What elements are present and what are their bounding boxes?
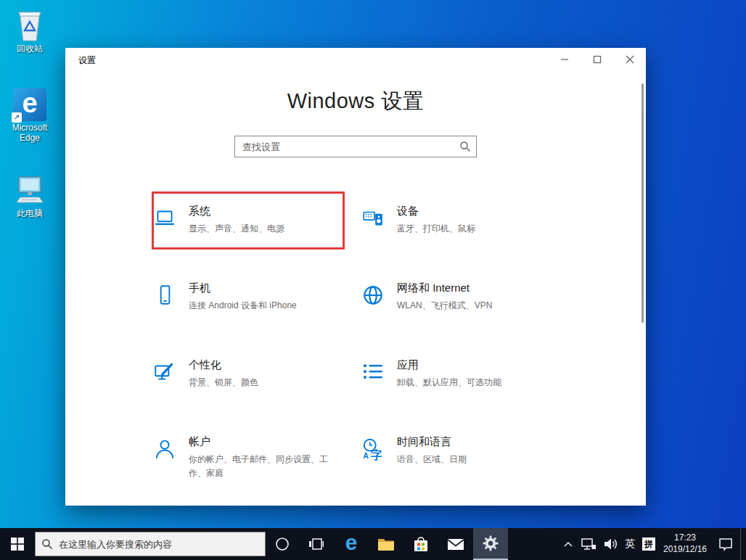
laptop-icon (152, 206, 177, 231)
settings-category-grid: 系统 显示、声音、通知、电源 设备 蓝牙、打印机、鼠标 (152, 202, 560, 509)
file-explorer-button[interactable] (369, 528, 403, 560)
settings-category-phone[interactable]: 手机 连接 Android 设备和 iPhone (152, 279, 361, 355)
globe-icon (361, 283, 385, 308)
settings-category-apps[interactable]: 应用 卸载、默认应用、可选功能 (361, 355, 560, 432)
edge-icon: e (345, 532, 358, 553)
settings-search-input[interactable] (234, 136, 477, 157)
settings-window: 设置 Windows 设置 系统 显示、声音、通知、 (65, 48, 646, 506)
desktop-icon-label: 此电脑 (2, 209, 57, 219)
start-button[interactable] (0, 528, 35, 560)
category-subtitle: 显示、声音、通知、电源 (189, 222, 284, 236)
windows-logo-icon (11, 538, 24, 551)
settings-category-system[interactable]: 系统 显示、声音、通知、电源 (152, 202, 361, 279)
action-center-button[interactable] (711, 528, 740, 560)
category-title: 应用 (397, 358, 501, 372)
volume-tray-button[interactable] (599, 528, 621, 560)
time-language-icon: A 字 (361, 437, 385, 461)
category-title: 系统 (189, 205, 284, 218)
category-subtitle: 背景、锁屏、颜色 (189, 376, 258, 390)
minimize-icon (560, 55, 569, 64)
taskbar-search-input[interactable] (59, 539, 247, 550)
pinyin-ime-icon: 拼 (642, 538, 655, 551)
settings-category-personalization[interactable]: 个性化 背景、锁屏、颜色 (152, 355, 361, 432)
category-subtitle: 连接 Android 设备和 iPhone (189, 299, 297, 313)
desktop-icon-microsoft-edge[interactable]: e ↗ Microsoft Edge (0, 85, 60, 144)
category-title: 网络和 Internet (397, 281, 492, 295)
taskbar-settings-button[interactable] (473, 528, 508, 560)
desktop-icon-recycle-bin[interactable]: 回收站 (0, 6, 60, 54)
system-tray: 英 拼 17:23 2019/12/16 (559, 528, 746, 560)
close-button[interactable] (613, 48, 646, 71)
window-caption-buttons (548, 48, 646, 71)
microsoft-store-button[interactable] (403, 528, 438, 560)
svg-text:字: 字 (371, 448, 382, 461)
minimize-button[interactable] (548, 48, 581, 71)
page-title: Windows 设置 (65, 87, 646, 116)
category-subtitle: 你的帐户、电子邮件、同步设置、工作、家庭 (189, 453, 334, 479)
show-desktop-button[interactable] (740, 528, 746, 560)
ime-mode-indicator[interactable]: 拼 (639, 528, 659, 560)
apps-list-icon (361, 360, 385, 384)
account-icon (152, 437, 177, 461)
category-title: 个性化 (189, 358, 258, 372)
maximize-button[interactable] (581, 48, 613, 71)
speaker-icon (602, 537, 618, 551)
settings-category-network[interactable]: 网络和 Internet WLAN、飞行模式、VPN (361, 279, 560, 355)
chevron-up-icon (563, 540, 573, 548)
category-title: 设备 (397, 205, 475, 218)
category-title: 手机 (189, 281, 297, 295)
cortana-icon (275, 537, 290, 551)
ethernet-icon (581, 537, 597, 551)
mail-icon (446, 537, 465, 551)
network-tray-button[interactable] (578, 528, 599, 560)
phone-icon (152, 283, 177, 308)
category-subtitle: 蓝牙、打印机、鼠标 (397, 222, 475, 236)
settings-category-accounts[interactable]: 帐户 你的帐户、电子邮件、同步设置、工作、家庭 (152, 432, 361, 509)
category-subtitle: WLAN、飞行模式、VPN (397, 299, 492, 313)
clock-time: 17:23 (674, 532, 696, 544)
store-icon (412, 535, 430, 553)
desktop-icon-label: 回收站 (2, 44, 57, 54)
edge-icon: e ↗ (13, 85, 46, 121)
this-pc-icon (13, 170, 46, 207)
ime-language-indicator[interactable]: 英 (621, 528, 639, 560)
svg-text:A: A (363, 451, 369, 460)
window-scrollbar[interactable] (642, 83, 644, 323)
category-subtitle: 卸载、默认应用、可选功能 (397, 376, 501, 390)
desktop-icon-this-pc[interactable]: 此电脑 (0, 170, 60, 219)
search-icon (459, 141, 471, 152)
folder-icon (377, 536, 395, 552)
category-subtitle: 语音、区域、日期 (397, 453, 467, 466)
maximize-icon (593, 55, 602, 64)
taskbar: e (0, 528, 746, 560)
devices-icon (361, 206, 385, 231)
action-center-icon (718, 537, 734, 551)
category-title: 时间和语言 (397, 435, 467, 449)
clock-date: 2019/12/16 (663, 544, 707, 556)
taskbar-edge-button[interactable]: e (334, 528, 369, 560)
gear-icon (482, 535, 499, 552)
personalization-icon (152, 360, 177, 384)
shortcut-arrow-icon: ↗ (12, 112, 22, 123)
cortana-button[interactable] (266, 528, 299, 560)
clock[interactable]: 17:23 2019/12/16 (659, 528, 711, 560)
settings-category-time-language[interactable]: A 字 时间和语言 语音、区域、日期 (361, 432, 560, 509)
settings-search (234, 136, 477, 157)
recycle-bin-icon (14, 6, 46, 42)
window-title: 设置 (78, 54, 96, 67)
desktop-icon-label: Microsoft Edge (2, 123, 57, 144)
close-icon (626, 55, 634, 64)
task-view-button[interactable] (299, 528, 334, 560)
task-view-icon (308, 535, 325, 553)
mail-button[interactable] (438, 528, 473, 560)
category-title: 帐户 (189, 435, 334, 449)
search-icon (41, 538, 53, 550)
show-hidden-icons-button[interactable] (559, 528, 578, 560)
desktop-icon-column: 回收站 e ↗ Microsoft Edge 此电脑 (0, 3, 60, 219)
settings-category-devices[interactable]: 设备 蓝牙、打印机、鼠标 (361, 202, 560, 279)
taskbar-search-box[interactable] (35, 532, 266, 556)
